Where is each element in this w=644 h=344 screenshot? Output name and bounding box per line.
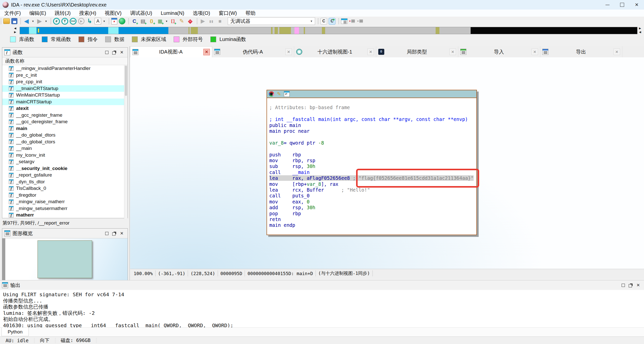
graph-node-main[interactable]: ✎ ; Attributes: bp-based frame; int __fa… — [267, 90, 477, 235]
python-cli-tab[interactable]: Python — [2, 328, 29, 336]
module-list-icon[interactable] — [357, 18, 364, 24]
function-row[interactable]: fWinMainCRTStartup — [2, 92, 128, 99]
jump-disabled-icon[interactable]: ▶ — [78, 18, 85, 24]
functions-panel-header[interactable]: 函数 — [2, 48, 128, 57]
graph-color-icon[interactable] — [269, 91, 274, 97]
graph-overview-canvas[interactable] — [2, 238, 128, 280]
debugger-select[interactable]: 无调试器▼ — [228, 17, 315, 25]
function-row[interactable]: f__tmainCRTStartup — [2, 85, 128, 92]
run-to-cursor-icon[interactable]: C — [320, 18, 327, 25]
menu-item-view[interactable]: 视图(V) — [100, 10, 126, 17]
panel-maximize-button[interactable] — [103, 230, 110, 236]
panel-float-button[interactable] — [627, 282, 634, 288]
graph-overview-viewport[interactable] — [37, 240, 92, 278]
panel-float-button[interactable] — [110, 230, 118, 236]
open-file-icon[interactable] — [3, 18, 10, 24]
disassembly-graph-canvas[interactable]: ✎ ; Attributes: bp-based frame; int __fa… — [130, 57, 644, 269]
tab-pseudocode-a[interactable]: 伪代码-A✕ — [212, 46, 294, 57]
tab-imports[interactable]: 导入✕ — [458, 46, 540, 57]
function-row[interactable]: f__security_init_cookie — [2, 165, 128, 172]
navigate-forward-icon[interactable]: ▶ — [36, 18, 43, 25]
function-row[interactable]: fmain — [2, 125, 128, 132]
rename-caret-icon[interactable]: ▼ — [103, 18, 106, 25]
panel-close-button[interactable] — [634, 282, 642, 288]
menu-item-options[interactable]: 选项(O) — [188, 10, 214, 17]
add-breakpoint-icon[interactable]: [] — [170, 18, 177, 25]
function-row[interactable]: f_setargv — [2, 158, 128, 165]
stop-debugger-icon[interactable]: ■ — [216, 18, 223, 25]
add-struct-icon[interactable]: ▤ — [139, 18, 146, 25]
panel-splitter[interactable] — [129, 46, 130, 280]
function-list-scrollbar[interactable] — [124, 65, 128, 219]
function-row[interactable]: f_dyn_tls_dtor — [2, 179, 128, 185]
function-row[interactable]: f_tlregdtor — [2, 192, 128, 199]
menu-item-jump[interactable]: 跳转(J) — [50, 10, 75, 17]
binary-format-icon[interactable]: 010 — [70, 18, 77, 25]
text-format-icon[interactable]: T — [61, 18, 68, 25]
tab-close-icon[interactable]: ✕ — [285, 49, 292, 55]
menu-item-file[interactable]: 文件(F) — [0, 10, 25, 17]
band-scroll-left[interactable]: ◀▶ — [14, 26, 18, 34]
navigate-back-icon[interactable]: ◀ — [23, 18, 30, 25]
lumina-status-icon[interactable] — [119, 18, 125, 24]
pause-debugger-icon[interactable]: ▮▮ — [208, 18, 215, 25]
function-row[interactable]: f__do_global_dtors — [2, 132, 128, 139]
function-row[interactable]: f__gcc_register_frame — [2, 112, 128, 119]
save-icon[interactable] — [11, 18, 17, 24]
panel-close-button[interactable] — [118, 49, 126, 55]
function-row[interactable]: fpre_cpp_init — [2, 78, 128, 85]
tab-exports[interactable]: 导出✕ — [540, 46, 622, 57]
graph-overview-header[interactable]: 图形概览 — [2, 229, 128, 238]
function-name-column-header[interactable]: 函数名称 — [2, 57, 128, 65]
panel-close-button[interactable] — [118, 230, 126, 236]
continue-process-icon[interactable]: C — [329, 18, 335, 25]
forward-history-caret-icon[interactable]: ▼ — [45, 18, 48, 25]
panel-float-button[interactable] — [110, 49, 118, 55]
add-enum-icon[interactable]: {} — [148, 18, 155, 25]
menu-item-windows[interactable]: 窗口(W) — [214, 10, 241, 17]
jump-in-function-icon[interactable]: ↳ — [86, 18, 93, 25]
maximize-button[interactable] — [615, 0, 629, 10]
tab-close-icon[interactable]: ✕ — [449, 49, 456, 55]
menu-item-help[interactable]: 帮助 — [241, 10, 260, 17]
graph-layout-icon[interactable] — [284, 91, 290, 97]
function-row[interactable]: fmainCRTStartup — [2, 99, 128, 105]
add-segment-icon[interactable]: ▦ — [157, 18, 164, 25]
minimize-button[interactable] — [600, 0, 615, 10]
tab-local-types[interactable]: 局部类型✕ — [376, 46, 458, 57]
panel-maximize-button[interactable] — [103, 49, 110, 55]
function-row[interactable]: f__do_global_ctors — [2, 139, 128, 145]
menu-item-edit[interactable]: 编辑(E) — [25, 10, 51, 17]
function-row[interactable]: f_mingw_setusermatherr — [2, 205, 128, 212]
function-row[interactable]: f__mingw_invalidParameterHandler — [2, 65, 128, 72]
band-position-marker[interactable] — [38, 28, 39, 33]
graph-node-titlebar[interactable]: ✎ — [267, 90, 476, 98]
delete-icon[interactable]: ◆ — [187, 18, 194, 25]
function-row[interactable]: f_mingw_raise_matherr — [2, 198, 128, 205]
rename-icon[interactable]: A — [95, 18, 101, 24]
tab-close-icon[interactable]: ✕ — [532, 49, 538, 55]
function-row[interactable]: f_report_gsfailure — [2, 172, 128, 179]
number-format-icon[interactable]: # — [53, 18, 60, 25]
band-scroll-right[interactable]: ▶◀ — [639, 26, 643, 34]
close-button[interactable] — [629, 0, 644, 10]
panel-maximize-button[interactable] — [619, 282, 627, 288]
tab-close-icon[interactable]: ✕ — [614, 49, 620, 55]
menu-item-lumina[interactable]: Lumina(N) — [157, 10, 188, 17]
function-row[interactable]: fatexit — [2, 105, 128, 112]
output-console[interactable]: Using FLIRT signature: SEH for vc64 7-14… — [0, 290, 644, 327]
function-row[interactable]: fpre_c_init — [2, 72, 128, 79]
function-row[interactable]: f__gcc_deregister_frame — [2, 118, 128, 125]
disassembly-listing[interactable]: ; Attributes: bp-based frame; int __fast… — [267, 98, 476, 228]
tab-close-icon[interactable]: ✕ — [367, 49, 374, 55]
breakpoint-list-icon[interactable] — [349, 18, 356, 24]
marked-position-icon[interactable]: ▲ — [111, 18, 117, 24]
tab-close-icon[interactable]: ✕ — [203, 49, 210, 55]
add-function-icon[interactable]: C — [131, 18, 138, 25]
function-row[interactable]: fmatherr — [2, 212, 128, 219]
output-panel-header[interactable]: 输出 — [0, 280, 644, 290]
back-history-caret-icon[interactable]: ▼ — [31, 18, 34, 25]
segment-caret-icon[interactable]: ▼ — [165, 18, 168, 25]
start-debugger-icon[interactable]: ▶ — [199, 18, 206, 25]
navigation-band[interactable] — [20, 27, 637, 34]
